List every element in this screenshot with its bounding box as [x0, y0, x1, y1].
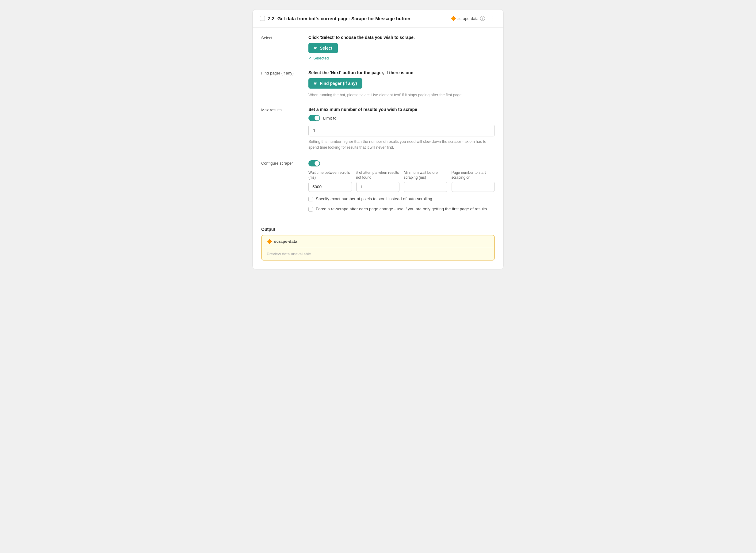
scraper-field-label-0: Wait time between scrolls (ms) [308, 170, 352, 180]
select-content: Click 'Select' to choose the data you wi… [308, 35, 495, 60]
find-pager-button-label: Find pager (if any) [320, 81, 357, 86]
output-box: 🔶 scrape-data Preview data unavailable [261, 235, 495, 260]
scraper-input-1[interactable] [356, 182, 400, 192]
badge-flame-icon: 🔶 [451, 16, 456, 21]
find-pager-description: Select the 'Next' button for the pager, … [308, 70, 495, 75]
card-header: 2.2 Get data from bot's current page: Sc… [252, 9, 504, 27]
scraper-input-0[interactable] [308, 182, 352, 192]
checkbox-text-0: Specify exact number of pixels to scroll… [316, 196, 432, 202]
select-button[interactable]: ☛ Select [308, 43, 338, 53]
find-pager-content: Select the 'Next' button for the pager, … [308, 70, 495, 97]
max-results-description: Set a maximum number of results you wish… [308, 107, 495, 112]
find-pager-hint: When running the bot, please select 'Use… [308, 93, 495, 97]
badge-name: scrape-data [457, 16, 478, 21]
limit-toggle-row: Limit to: [308, 115, 495, 121]
selected-indicator: ✓ Selected [308, 56, 495, 60]
configure-scraper-label: Configure scraper [261, 160, 301, 212]
output-badge-icon: 🔶 [267, 239, 272, 244]
select-label: Select [261, 35, 301, 60]
limit-toggle[interactable] [308, 115, 320, 121]
checkbox-row-1: Force a re-scrape after each page change… [308, 206, 495, 212]
step-checkbox[interactable] [260, 16, 265, 21]
checkmark-icon: ✓ [308, 56, 312, 60]
output-header: 🔶 scrape-data [262, 235, 494, 248]
checkbox-row-0: Specify exact number of pixels to scroll… [308, 196, 495, 202]
find-pager-row: Find pager (if any) Select the 'Next' bu… [261, 70, 495, 97]
scraper-field-label-1: # of attempts when results not found [356, 170, 400, 180]
configure-toggle-row [308, 160, 495, 166]
max-results-content: Set a maximum number of results you wish… [308, 107, 495, 151]
configure-toggle-knob [314, 161, 319, 166]
checkbox-0[interactable] [308, 197, 313, 202]
scraper-input-3[interactable] [452, 182, 495, 192]
scraper-field-0: Wait time between scrolls (ms) [308, 170, 352, 192]
select-description: Click 'Select' to choose the data you wi… [308, 35, 495, 40]
step-title: Get data from bot's current page: Scrape… [278, 16, 448, 21]
checkbox-1[interactable] [308, 207, 313, 212]
configure-toggle[interactable] [308, 160, 320, 166]
slow-warning-text: Setting this number higher than the numb… [308, 139, 495, 151]
scraper-input-2[interactable] [404, 182, 447, 192]
configure-scraper-content: Wait time between scrolls (ms) # of atte… [308, 160, 495, 212]
max-results-input[interactable] [308, 125, 495, 137]
scraper-field-3: Page number to start scraping on [452, 170, 495, 192]
max-results-label: Max results [261, 107, 301, 151]
cursor-icon: ☛ [314, 46, 318, 51]
card-body: Select Click 'Select' to choose the data… [252, 27, 504, 220]
selected-text: Selected [313, 56, 329, 60]
checkbox-text-1: Force a re-scrape after each page change… [316, 206, 487, 212]
select-button-label: Select [320, 46, 332, 51]
scraper-field-2: Minimum wait before scraping (ms) [404, 170, 447, 192]
scraper-field-label-3: Page number to start scraping on [452, 170, 495, 180]
scraper-field-label-2: Minimum wait before scraping (ms) [404, 170, 447, 180]
toggle-knob [314, 115, 319, 121]
main-card: 2.2 Get data from bot's current page: Sc… [252, 9, 504, 269]
output-badge-name: scrape-data [274, 239, 297, 244]
scraper-field-1: # of attempts when results not found [356, 170, 400, 192]
find-pager-label: Find pager (if any) [261, 70, 301, 97]
scraper-fields-grid: Wait time between scrolls (ms) # of atte… [308, 170, 495, 192]
max-results-row: Max results Set a maximum number of resu… [261, 107, 495, 151]
find-pager-button[interactable]: ☛ Find pager (if any) [308, 78, 362, 89]
more-menu-icon[interactable]: ⋮ [488, 15, 496, 22]
configure-scraper-row: Configure scraper Wait time between scro… [261, 160, 495, 212]
badge-area: 🔶 scrape-data i [451, 16, 485, 21]
select-row: Select Click 'Select' to choose the data… [261, 35, 495, 60]
output-label: Output [261, 227, 495, 232]
limit-toggle-label: Limit to: [323, 116, 337, 121]
step-number: 2.2 [268, 16, 275, 21]
info-icon[interactable]: i [480, 16, 485, 21]
output-preview-text: Preview data unavailable [262, 248, 494, 260]
cursor-icon-2: ☛ [314, 81, 318, 86]
output-section: Output 🔶 scrape-data Preview data unavai… [261, 227, 495, 260]
